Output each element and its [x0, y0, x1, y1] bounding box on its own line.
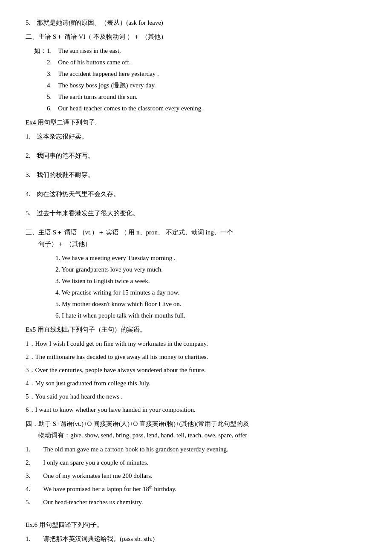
s4-item1-text: 1. The old man gave me a cartoon book to… [26, 446, 228, 453]
example-6-text: 6. Our head-teacher comes to the classro… [47, 103, 203, 114]
section3-title: 三、主语 S＋ 谓语 （vt.）＋ 宾语 （ 用 n、pron、 不定式、动词 … [26, 227, 366, 238]
examples-block: 如：1. The sun rises in the east. 2. One o… [26, 45, 366, 114]
ex4-item2: 2. 我同事的笔不好写。 [26, 150, 366, 162]
s3-ex3-text: 3. We listen to English twice a week. [55, 275, 150, 287]
s3-ex2: 2. Your grandparents love you very much. [55, 264, 366, 275]
ex4-header: Ex4 用句型二译下列句子。 [26, 117, 366, 128]
ex5-header: Ex5 用直线划出下列句子（主句）的宾语。 [26, 324, 366, 335]
s3-ex1: 1. We have a meeting every Tuesday morni… [55, 252, 366, 264]
ex4-item1-text: 1. 这本杂志很好卖。 [26, 133, 88, 140]
ex5-item1: 1．How I wish I could get on fine with my… [26, 338, 366, 350]
ex5-item6: 6．I want to know whether you have handed… [26, 404, 366, 416]
ex5-item2: 2．The millionaire has decided to give aw… [26, 351, 366, 363]
s3-ex3: 3. We listen to English twice a week. [55, 275, 366, 287]
ex5-item4: 4．My son just graduated from college thi… [26, 378, 366, 389]
s3-ex1-text: 1. We have a meeting every Tuesday morni… [55, 252, 176, 264]
s4-item5: 5. Our head-teacher teaches us chemistry… [26, 497, 366, 508]
section3-header: 三、主语 S＋ 谓语 （vt.）＋ 宾语 （ 用 n、pron、 不定式、动词 … [26, 227, 366, 250]
s3-ex6: 6. I hate it when people talk with their… [55, 310, 366, 321]
s4-item1: 1. The old man gave me a cartoon book to… [26, 444, 366, 455]
ex4-item1: 1. 这本杂志很好卖。 [26, 131, 366, 142]
example-4-text: 4. The bossy boss jogs (慢跑) every day. [47, 80, 156, 91]
ex4-title: Ex4 用句型二译下列句子。 [26, 119, 101, 126]
ex5-item6-text: 6．I want to know whether you have handed… [26, 406, 196, 413]
ex5-item4-text: 4．My son just graduated from college thi… [26, 380, 150, 387]
ex5-item3: 3．Over the centuries, people have always… [26, 364, 366, 376]
item5-text: 5. 那就是她请假的原因。（表从）(ask for leave) [26, 19, 163, 26]
ex5-item3-text: 3．Over the centuries, people have always… [26, 367, 206, 373]
section4-cont: 物动词有：give, show, send, bring, pass, lend… [26, 430, 366, 441]
ex5-item1-text: 1．How I wish I could get on fine with my… [26, 340, 208, 347]
example-1: 如：1. The sun rises in the east. [34, 45, 366, 57]
example-5: 5. The earth turns around the sun. [47, 91, 366, 103]
ex5-item2-text: 2．The millionaire has decided to give aw… [26, 353, 208, 360]
example-5-text: 5. The earth turns around the sun. [47, 91, 138, 103]
s4-item4: 4. We have promised her a laptop for her… [26, 483, 366, 495]
s4-item4-text: 4. We have promised her a laptop for her… [26, 486, 176, 492]
page-content: 5. 那就是她请假的原因。（表从）(ask for leave) 二、主语 S＋… [26, 17, 366, 545]
ex4-item3: 3. 我们的校鞋不耐穿。 [26, 169, 366, 181]
example-2-text: 2. One of his buttons came off. [47, 57, 131, 68]
s4-item3: 3. One of my workmates lent me 200 dolla… [26, 470, 366, 482]
ex4-item5: 5. 过去十年来香港发生了很大的变化。 [26, 208, 366, 219]
section4-header: 四．助于 S+谓语(vt.)+O 间接宾语(人)+O 直接宾语(物)+(其他)(… [26, 418, 366, 441]
ex6-item1-text: 1. 请把那本英汉词典递给我。(pass sb. sth.) [26, 535, 155, 542]
example-2: 2. One of his buttons came off. [47, 57, 366, 68]
s4-item3-text: 3. One of my workmates lent me 200 dolla… [26, 472, 153, 479]
section4-title: 四．助于 S+谓语(vt.)+O 间接宾语(人)+O 直接宾语(物)+(其他)(… [26, 418, 366, 430]
example-1-text: 如：1. The sun rises in the east. [34, 45, 121, 57]
section3-examples: 1. We have a meeting every Tuesday morni… [55, 252, 366, 321]
section3-cont: 句子）＋ （其他） [26, 238, 366, 250]
item5: 5. 那就是她请假的原因。（表从）(ask for leave) [26, 17, 366, 29]
example-3: 3. The accident happened here yesterday … [47, 68, 366, 80]
ex6-item1: 1. 请把那本英汉词典递给我。(pass sb. sth.) [26, 533, 366, 545]
s3-ex2-text: 2. Your grandparents love you very much. [55, 264, 163, 275]
ex6-header: Ex.6 用句型四译下列句子。 [26, 519, 366, 531]
section2-header: 二、主语 S＋ 谓语 VI（ 不及物动词 ）＋ （其他） [26, 31, 366, 43]
example-3-text: 3. The accident happened here yesterday … [47, 68, 159, 80]
example-4: 4. The bossy boss jogs (慢跑) every day. [47, 80, 366, 91]
ex4-item4: 4. 肉在这种热天气里不会久存。 [26, 188, 366, 200]
ex4-item4-text: 4. 肉在这种热天气里不会久存。 [26, 191, 120, 197]
section2-title: 二、主语 S＋ 谓语 VI（ 不及物动词 ）＋ （其他） [26, 33, 167, 40]
ex4-item2-text: 2. 我同事的笔不好写。 [26, 152, 94, 159]
ex5-item5-text: 5．You said you had heard the news . [26, 393, 123, 400]
s4-item2-text: 2. I only can spare you a couple of minu… [26, 459, 148, 466]
s3-ex5: 5. My mother doesn't know which floor I … [55, 298, 366, 310]
ex4-item3-text: 3. 我们的校鞋不耐穿。 [26, 171, 94, 178]
ex6-title: Ex.6 用句型四译下列句子。 [26, 521, 103, 528]
ex4-item5-text: 5. 过去十年来香港发生了很大的变化。 [26, 210, 139, 217]
ex5-item5: 5．You said you had heard the news . [26, 391, 366, 402]
s4-item2: 2. I only can spare you a couple of minu… [26, 457, 366, 468]
s3-ex5-text: 5. My mother doesn't know which floor I … [55, 298, 182, 310]
s3-ex6-text: 6. I hate it when people talk with their… [55, 310, 185, 321]
ex5-title: Ex5 用直线划出下列句子（主句）的宾语。 [26, 326, 146, 333]
s4-item5-text: 5. Our head-teacher teaches us chemistry… [26, 499, 143, 506]
s3-ex4: 4. We practise writing for 15 minutes a … [55, 287, 366, 298]
s3-ex4-text: 4. We practise writing for 15 minutes a … [55, 287, 179, 298]
example-6: 6. Our head-teacher comes to the classro… [47, 103, 366, 114]
